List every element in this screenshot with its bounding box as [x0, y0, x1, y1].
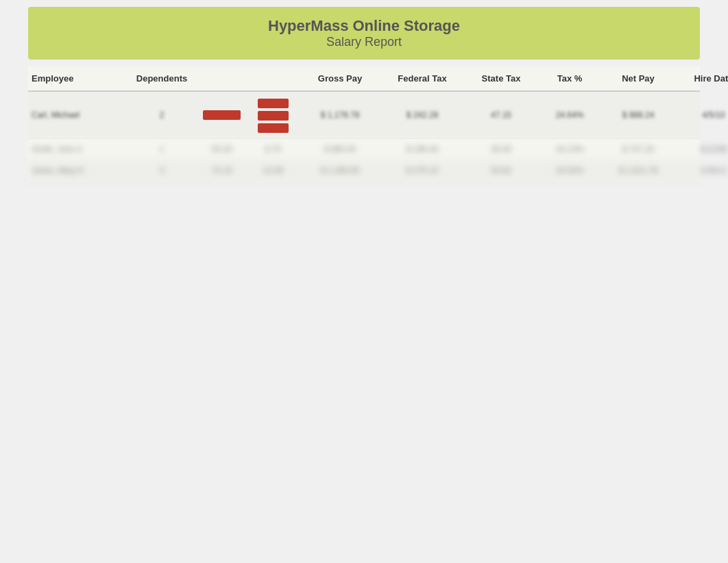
table-header-row: Employee Dependents Gross Pay Federal Ta… [28, 66, 700, 92]
report-table: Employee Dependents Gross Pay Federal Ta… [28, 66, 700, 182]
cell-employee: Smith, John A [32, 145, 128, 154]
header-col4 [247, 73, 299, 84]
cell-employee: Carl, Michael [32, 110, 128, 120]
cell-statetax: 47.15 [463, 110, 539, 120]
cell-hiredate: 6/12/08 [676, 145, 728, 154]
cell-hiredate: 4/5/10 [676, 110, 728, 120]
cell-col4: 12.00 [247, 166, 299, 175]
header-dependents: Dependents [128, 73, 196, 84]
cell-taxpct: 24.13% [539, 145, 600, 154]
cell-col4: 8.75 [247, 145, 299, 154]
cell-col3: 55.20 [196, 145, 247, 154]
header-federaltax: Federal Tax [381, 73, 463, 84]
header-col3 [196, 73, 247, 84]
cell-hiredate: 2/28/12 [676, 166, 728, 175]
cell-dependents: 3 [128, 166, 196, 175]
cell-statetax: 53.62 [463, 166, 539, 175]
header-hiredate: Hire Date [676, 73, 728, 84]
cell-col3 [196, 110, 247, 120]
cell-grosspay: $ 1,340.50 [299, 166, 381, 175]
cell-col4 [247, 97, 299, 133]
header-banner: HyperMass Online Storage Salary Report [28, 7, 700, 60]
cell-dependents: 1 [128, 145, 196, 154]
cell-dependents: 2 [128, 110, 196, 120]
cell-federaltax: $ 198.40 [381, 145, 463, 154]
header-grosspay: Gross Pay [299, 73, 381, 84]
cell-grosspay: $ 985.00 [299, 145, 381, 154]
cell-employee: Jones, Mary K [32, 166, 128, 175]
table-row: Smith, John A 1 55.20 8.75 $ 985.00 $ 19… [28, 139, 700, 160]
page-wrapper: HyperMass Online Storage Salary Report E… [0, 7, 728, 182]
header-statetax: State Tax [463, 73, 539, 84]
company-name: HyperMass Online Storage [42, 17, 686, 35]
cell-federaltax: $ 242.28 [381, 110, 463, 120]
cell-statetax: 39.40 [463, 145, 539, 154]
cell-federaltax: $ 275.10 [381, 166, 463, 175]
header-netpay: Net Pay [600, 73, 676, 84]
table-row: Carl, Michael 2 $ 1,178.78 $ 242.28 47.1… [28, 92, 700, 139]
cell-grosspay: $ 1,178.78 [299, 110, 381, 120]
cell-netpay: $ 1,011.78 [600, 166, 676, 175]
report-title: Salary Report [42, 35, 686, 49]
cell-col3: 72.10 [196, 166, 247, 175]
table-row: Jones, Mary K 3 72.10 12.00 $ 1,340.50 $… [28, 160, 700, 182]
cell-taxpct: 24.64% [539, 110, 600, 120]
cell-netpay: $ 747.20 [600, 145, 676, 154]
cell-netpay: $ 888.24 [600, 110, 676, 120]
header-employee: Employee [32, 73, 128, 84]
cell-taxpct: 24.52% [539, 166, 600, 175]
header-taxpct: Tax % [539, 73, 600, 84]
